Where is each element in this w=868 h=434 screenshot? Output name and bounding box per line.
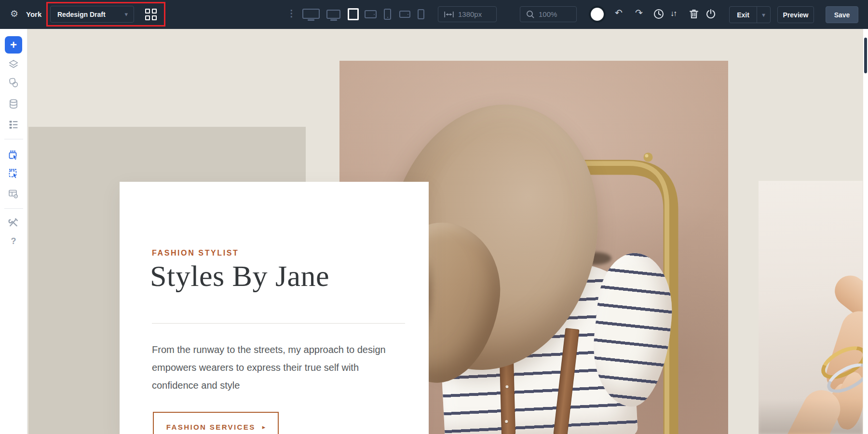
magnifier-icon: [526, 10, 534, 18]
save-button[interactable]: Save: [826, 6, 858, 23]
reorder-arrows-icon[interactable]: ↓↑: [670, 9, 676, 18]
device-phone-landscape-button[interactable]: [399, 11, 410, 18]
strap-stud: [505, 385, 508, 388]
exit-label: Exit: [730, 11, 757, 19]
page-selector-dropdown[interactable]: Redesign Draft ▾: [50, 6, 134, 23]
grid-square: [145, 9, 150, 14]
chevron-down-icon: ▾: [757, 12, 770, 18]
sidebar-divider: [4, 139, 23, 139]
multi-select-tool-icon[interactable]: [8, 168, 19, 181]
history-clock-icon[interactable]: [653, 8, 665, 22]
color-swatch-button[interactable]: [591, 8, 604, 21]
zoom-input[interactable]: 100%: [520, 6, 577, 22]
top-toolbar: ⚙ York Redesign Draft ▾ ⋮ 1380px: [0, 0, 868, 29]
grid-square: [152, 15, 157, 20]
site-name: York: [26, 10, 41, 18]
exit-button[interactable]: Exit ▾: [729, 6, 771, 23]
strap-stud: [505, 420, 508, 423]
power-icon[interactable]: [705, 8, 717, 22]
pages-grid-icon[interactable]: [145, 9, 157, 20]
eyebrow-label: FASHION STYLIST: [152, 249, 239, 258]
device-phone-portrait-button[interactable]: [384, 9, 391, 20]
undo-icon[interactable]: ↶: [615, 8, 623, 18]
design-assets-icon[interactable]: [8, 77, 19, 90]
help-icon[interactable]: ?: [11, 236, 16, 246]
tools-icon[interactable]: [8, 217, 19, 230]
sidebar-divider: [4, 208, 23, 209]
arrow-right-icon: ▸: [262, 423, 266, 431]
database-icon[interactable]: [8, 98, 19, 111]
divider: [152, 323, 405, 324]
redo-icon[interactable]: ↷: [635, 8, 643, 18]
floor-shadow: [759, 400, 863, 434]
editor-canvas[interactable]: FASHION STYLIST Styles By Jane From the …: [27, 29, 868, 434]
page-title: Styles By Jane: [150, 259, 329, 293]
zoom-value: 100%: [539, 10, 557, 18]
scrollbar-thumb[interactable]: [864, 38, 867, 73]
intro-paragraph: From the runway to the streets, my appro…: [152, 341, 405, 394]
grid-square: [145, 15, 150, 20]
canvas-width-value: 1380px: [458, 10, 482, 18]
settings-gear-icon[interactable]: ⚙: [10, 9, 18, 19]
device-desktop-large-button[interactable]: [302, 9, 320, 19]
builder-window: ⚙ York Redesign Draft ▾ ⋮ 1380px: [0, 0, 868, 434]
device-tablet-portrait-button[interactable]: [348, 8, 359, 20]
layers-icon[interactable]: [8, 59, 19, 72]
fashion-services-label: FASHION SERVICES: [166, 423, 256, 431]
fashion-services-button[interactable]: FASHION SERVICES ▸: [153, 412, 279, 434]
preview-button[interactable]: Preview: [777, 6, 814, 23]
canvas-scrollbar[interactable]: [863, 29, 868, 434]
canvas-width-input[interactable]: 1380px: [438, 6, 497, 22]
side-photo-block[interactable]: [759, 181, 863, 434]
trash-icon[interactable]: [688, 8, 700, 22]
grid-square: [152, 9, 157, 14]
more-options-icon[interactable]: ⋮: [287, 8, 296, 19]
add-element-button[interactable]: +: [5, 36, 22, 54]
page-selector-value: Redesign Draft: [57, 11, 106, 18]
select-tool-icon[interactable]: [8, 149, 19, 163]
width-arrows-icon: [444, 11, 454, 18]
fields-list-icon[interactable]: [8, 119, 19, 132]
device-tablet-landscape-button[interactable]: [365, 10, 377, 18]
device-phone-small-button[interactable]: [418, 9, 424, 19]
left-sidebar: +: [0, 29, 27, 434]
chevron-down-icon: ▾: [124, 11, 128, 18]
device-desktop-button[interactable]: [326, 10, 340, 19]
template-settings-icon[interactable]: [8, 188, 19, 202]
intro-card-block[interactable]: FASHION STYLIST Styles By Jane From the …: [120, 182, 429, 434]
